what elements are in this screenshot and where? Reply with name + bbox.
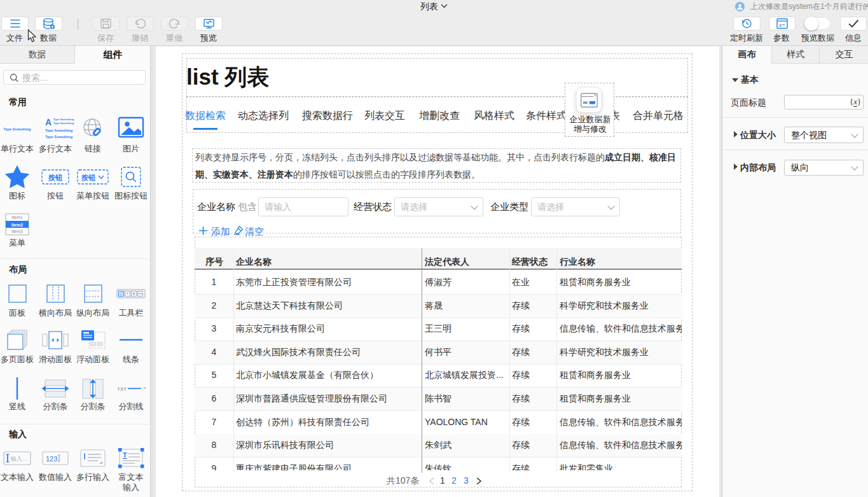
svg-text:输入...: 输入... <box>10 456 27 462</box>
svg-text:A: A <box>45 117 52 127</box>
svg-text:Item2: Item2 <box>11 223 23 227</box>
svg-text:Type Something: Type Something <box>45 129 73 132</box>
svg-text:123: 123 <box>46 455 57 463</box>
svg-text:Type Something: Type Something <box>53 122 74 125</box>
svg-text:Type Something: Type Something <box>3 127 31 131</box>
svg-text:x=: x= <box>778 22 785 28</box>
svg-text:Item3: Item3 <box>11 229 23 234</box>
svg-text:按钮: 按钮 <box>81 174 96 181</box>
svg-text:Item1: Item1 <box>11 215 23 220</box>
svg-text:按钮: 按钮 <box>48 174 63 181</box>
svg-text:Type Something: Type Something <box>53 118 74 121</box>
svg-text:Type Something: Type Something <box>45 135 73 139</box>
svg-text:T: T <box>123 451 127 459</box>
svg-text:TXT: TXT <box>117 386 127 392</box>
